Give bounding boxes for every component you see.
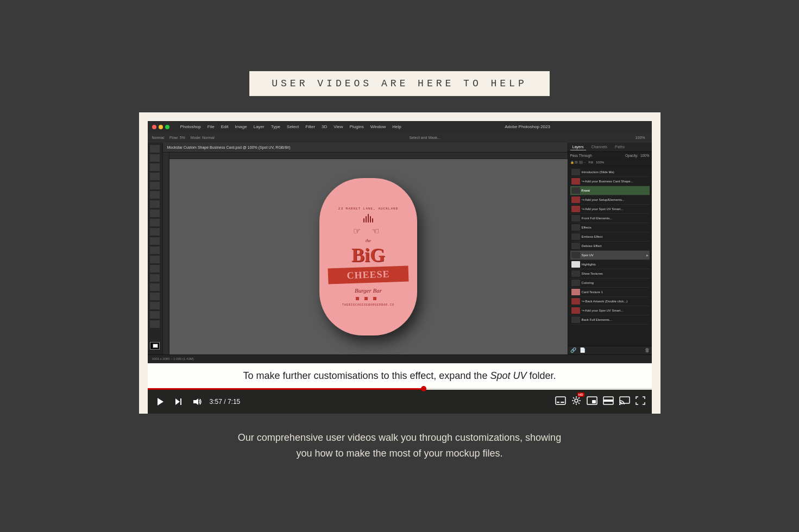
ps-layer-highlights[interactable]: Highlights — [570, 260, 650, 269]
ps-ruler-v — [163, 153, 169, 354]
ps-tool-marquee[interactable] — [150, 154, 160, 162]
ps-menu-plugins[interactable]: Plugins — [350, 124, 364, 129]
ps-tool-history[interactable] — [150, 228, 160, 236]
ps-layer-coloring[interactable]: Coloring — [570, 278, 650, 288]
ps-layers-actions: 🔗 📄 🗑 — [568, 346, 652, 354]
svg-marker-1 — [175, 398, 180, 405]
ps-layer-expand[interactable]: ▶ — [646, 254, 649, 257]
minimize-button[interactable] — [159, 125, 163, 129]
next-button[interactable] — [173, 396, 185, 408]
ps-layer-front-full[interactable]: Front Full Elements... — [570, 214, 650, 223]
ps-menu-view[interactable]: View — [334, 124, 343, 129]
card-address: 23 Market Lane, Auckland — [338, 207, 398, 211]
ps-menu-window[interactable]: Window — [370, 124, 386, 129]
ps-layer-effects[interactable]: Effects — [570, 223, 650, 232]
theater-button[interactable] — [603, 396, 614, 407]
ps-menu-type[interactable]: Type — [271, 124, 280, 129]
video-controls: 3:57 / 7:15 — [148, 390, 652, 414]
svg-point-7 — [575, 399, 578, 402]
ps-tool-hand[interactable] — [150, 311, 160, 319]
ps-canvas: Mockstar Custom Shape Business Card.psd … — [163, 143, 568, 354]
ps-layer-card-shape[interactable]: ↪ Add your Business Card Shape... — [570, 177, 650, 186]
ps-tool-eyedropper[interactable] — [150, 191, 160, 199]
ps-tool-blur[interactable] — [150, 256, 160, 263]
ps-layer-back-artwork[interactable]: ↪ Back Artwork (Double click...) — [570, 297, 650, 306]
ps-layer-spotUV-smart[interactable]: ↪ Add your Spot UV Smart... — [570, 205, 650, 214]
ps-tool-brush[interactable] — [150, 210, 160, 217]
ps-new-group-icon[interactable]: 🔗 — [570, 347, 576, 353]
ps-layer-thumb — [571, 280, 580, 286]
ps-layer-front-selected[interactable]: Front — [570, 186, 650, 195]
ps-layer-show-textures[interactable]: Show Textures — [570, 269, 650, 278]
settings-button[interactable]: HD — [571, 396, 581, 408]
ps-menu-edit[interactable]: Edit — [221, 124, 229, 129]
ps-layer-spotUV[interactable]: Spot UV ▶ — [570, 251, 650, 260]
card-hands: ☞ ☜ — [353, 226, 383, 236]
ps-fill-value[interactable]: 100% — [596, 161, 604, 164]
ps-menu-image[interactable]: Image — [235, 124, 247, 129]
ps-tool-magic-wand[interactable] — [150, 173, 160, 180]
ps-layer-name: Back Full Elements... — [582, 318, 612, 321]
cast-button[interactable] — [619, 396, 630, 407]
fullscreen-button[interactable] — [636, 396, 645, 407]
video-progress-bar[interactable] — [148, 388, 652, 390]
ps-menu-3d[interactable]: 3D — [322, 124, 327, 129]
ps-layer-setup[interactable]: ↪ Add your Setup/Elements... — [570, 195, 650, 205]
ps-tool-lasso[interactable] — [150, 163, 160, 171]
maximize-button[interactable] — [165, 125, 169, 129]
ps-window-title: Adobe Photoshop 2023 — [505, 124, 550, 129]
svg-rect-4 — [556, 397, 565, 404]
ps-tool-dodge[interactable] — [150, 265, 160, 273]
ps-menu-filter[interactable]: Filter — [305, 124, 315, 129]
ps-menu-help[interactable]: Help — [392, 124, 401, 129]
current-time: 3:57 — [210, 398, 222, 406]
ps-statusbar: 3303 x 2085 ~ 1.000 (1.43M) — [148, 354, 652, 363]
ps-opacity-value[interactable]: 100% — [640, 154, 650, 157]
ps-blend-mode[interactable]: Pass Through — [570, 154, 624, 157]
progress-indicator[interactable] — [421, 386, 426, 391]
ps-layer-card-texture1[interactable]: Card Texture 1 — [570, 288, 650, 297]
ps-layer-back-spotUV[interactable]: ↪ Add your Spot UV Smart... — [570, 306, 650, 315]
subtitles-button[interactable] — [555, 396, 566, 407]
volume-button[interactable] — [191, 396, 203, 408]
ps-tool-gradient[interactable] — [150, 246, 160, 254]
ps-tool-pen[interactable] — [150, 274, 160, 282]
ps-menu-layer[interactable]: Layer — [254, 124, 265, 129]
ps-layer-thumb — [571, 233, 580, 240]
ps-select-and-mask[interactable]: Select and Mask... — [220, 136, 630, 140]
ps-layer-emboss[interactable]: Emboss Effect — [570, 232, 650, 242]
card-big-text: BiG — [351, 245, 385, 265]
ps-tool-path[interactable] — [150, 293, 160, 300]
ps-foreground-bg — [150, 342, 160, 350]
miniplayer-button[interactable] — [587, 396, 597, 407]
ps-new-layer-icon[interactable]: 📄 — [580, 347, 586, 353]
close-button[interactable] — [152, 125, 156, 129]
ps-layer-name: Front — [582, 189, 590, 192]
svg-point-13 — [619, 403, 621, 405]
ps-background-color[interactable] — [153, 344, 158, 348]
ps-tool-clone[interactable] — [150, 219, 160, 226]
description-line1: Our comprehensive user videos walk you t… — [238, 432, 561, 443]
ps-tab-channels[interactable]: Channels — [589, 144, 610, 150]
title-banner: USER VIDEOS ARE HERE TO HELP — [249, 71, 549, 96]
ps-tab-layers[interactable]: Layers — [570, 144, 586, 150]
play-button[interactable] — [154, 396, 166, 408]
ps-tool-crop[interactable] — [150, 182, 160, 189]
ps-tool-zoom[interactable] — [150, 320, 160, 328]
ps-menu-select[interactable]: Select — [287, 124, 299, 129]
ps-content: Mockstar Custom Shape Business Card.psd … — [148, 143, 652, 354]
ps-file-tab[interactable]: Mockstar Custom Shape Business Card.psd … — [167, 145, 291, 149]
ps-layer-intro[interactable]: Introduction (Slide Me) — [570, 168, 650, 177]
ps-tool-shape[interactable] — [150, 302, 160, 309]
ps-delete-layer-icon[interactable]: 🗑 — [645, 347, 650, 353]
ps-tool-healing[interactable] — [150, 200, 160, 208]
ps-layer-deboss[interactable]: Deboss Effect — [570, 242, 650, 251]
ps-tab-paths[interactable]: Paths — [613, 144, 627, 150]
ps-tool-type[interactable] — [150, 283, 160, 291]
ps-layer-back-full[interactable]: Back Full Elements... — [570, 315, 650, 325]
svg-marker-3 — [193, 398, 198, 405]
ps-layer-name: Show Textures — [582, 272, 603, 275]
ps-tool-move[interactable] — [150, 145, 160, 153]
ps-tool-eraser[interactable] — [150, 237, 160, 245]
ps-menu-file[interactable]: File — [207, 124, 215, 129]
